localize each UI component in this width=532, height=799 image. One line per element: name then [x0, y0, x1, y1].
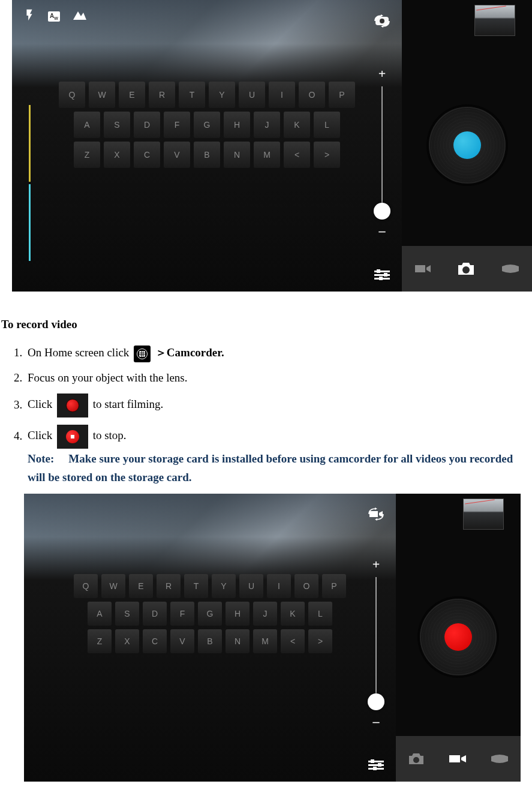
- section-heading: To record video: [1, 318, 532, 331]
- shutter-button[interactable]: [429, 107, 506, 184]
- viewfinder[interactable]: QWERTYUIOP ASDFGHJKL ZXCVBNM<> + –: [24, 494, 396, 782]
- note-body: Make sure your storage card is installed…: [28, 452, 513, 483]
- step-2: Focus on your object with the lens.: [25, 370, 532, 387]
- white-balance-badge[interactable]: AW: [48, 11, 60, 22]
- viewfinder[interactable]: QWERTYUIOP ASDFGHJKL ZXCVBNM<> AW: [12, 0, 402, 292]
- zoom-in-icon[interactable]: +: [378, 66, 386, 82]
- zoom-handle[interactable]: [374, 203, 390, 220]
- settings-icon[interactable]: [374, 271, 390, 280]
- record-start-icon: [57, 394, 88, 417]
- record-button[interactable]: [420, 599, 497, 675]
- photo-mode-icon[interactable]: [407, 752, 425, 766]
- camera-sidebar: [402, 0, 532, 292]
- camcorder-sidebar: [396, 494, 521, 782]
- panorama-mode-icon[interactable]: [490, 754, 509, 764]
- instructions: To record video On Home screen click ＞Ca…: [0, 292, 532, 486]
- video-mode-icon[interactable]: [414, 263, 432, 275]
- mode-switcher: [396, 736, 521, 782]
- record-stop-icon: [57, 425, 88, 449]
- panorama-mode-icon[interactable]: [501, 264, 520, 274]
- zoom-track[interactable]: [375, 577, 377, 709]
- settings-icon[interactable]: [368, 761, 384, 770]
- camera-screenshot: QWERTYUIOP ASDFGHJKL ZXCVBNM<> AW: [12, 0, 532, 292]
- note-label: Note:: [28, 452, 54, 465]
- last-photo-thumbnail[interactable]: [474, 5, 515, 36]
- video-mode-icon[interactable]: [448, 753, 467, 765]
- svg-point-4: [413, 757, 419, 763]
- step-3: Click to start filming.: [25, 394, 532, 417]
- camcorder-screenshot: QWERTYUIOP ASDFGHJKL ZXCVBNM<> + –: [24, 494, 532, 782]
- note: Note:Make sure your storage card is inst…: [28, 450, 532, 486]
- svg-point-2: [462, 266, 470, 274]
- svg-rect-3: [369, 511, 378, 517]
- zoom-out-icon[interactable]: –: [372, 714, 379, 729]
- zoom-handle[interactable]: [368, 693, 384, 710]
- top-left-indicators: AW: [23, 8, 88, 25]
- zoom-slider[interactable]: + –: [378, 66, 386, 239]
- mode-switcher: [402, 246, 532, 292]
- zoom-slider[interactable]: + –: [372, 557, 380, 729]
- photo-mode-icon[interactable]: [456, 260, 476, 277]
- shutter-indicator-photo: [453, 131, 481, 159]
- flash-auto-icon[interactable]: [23, 8, 36, 25]
- switch-camera-icon[interactable]: [372, 12, 392, 34]
- zoom-in-icon[interactable]: +: [372, 557, 380, 572]
- last-photo-thumbnail[interactable]: [463, 498, 504, 530]
- zoom-track[interactable]: [381, 86, 383, 218]
- scene-mode-icon[interactable]: [72, 9, 88, 24]
- switch-camera-icon[interactable]: [366, 506, 386, 526]
- svg-rect-1: [415, 265, 425, 272]
- step-4: Click to stop. Note:Make sure your stora…: [25, 425, 532, 486]
- step-1: On Home screen click ＞Camcorder.: [25, 344, 532, 362]
- apps-drawer-icon: [134, 346, 151, 362]
- svg-point-0: [380, 19, 384, 23]
- shutter-indicator-record: [444, 623, 472, 651]
- zoom-out-icon[interactable]: –: [378, 223, 385, 239]
- exposure-indicator: [29, 105, 31, 261]
- svg-rect-5: [449, 755, 460, 762]
